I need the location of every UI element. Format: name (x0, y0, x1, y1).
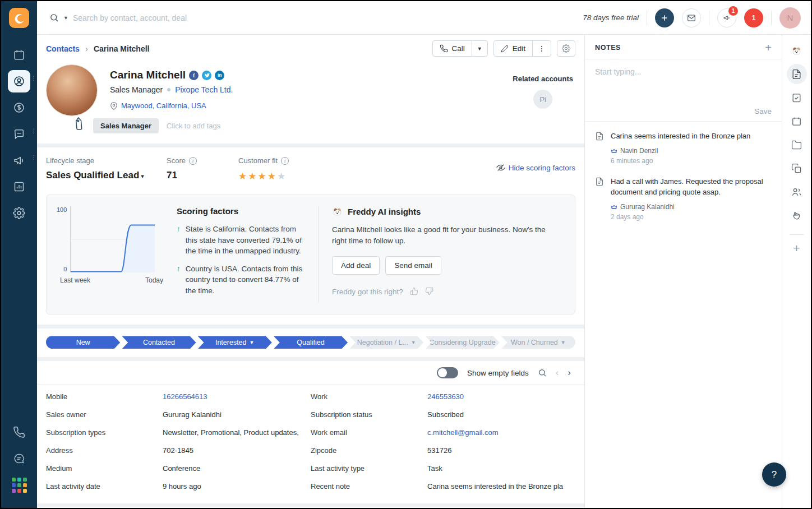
recent-note-value: Carina seems interested in the Bronze pl… (427, 482, 563, 491)
sidebar-item-activities[interactable] (8, 44, 30, 66)
tag-pill[interactable]: Sales Manager (93, 118, 159, 133)
add-tags-field[interactable]: Click to add tags (167, 122, 220, 130)
work-phone-value[interactable]: 246553630 (427, 392, 464, 401)
show-empty-fields-toggle[interactable] (437, 367, 458, 378)
contacts-overflow-dots[interactable]: ⋮ (31, 77, 36, 80)
next-record-chevron[interactable]: › (568, 367, 571, 378)
sidebar-item-phone[interactable] (8, 421, 30, 443)
caret-down-icon: ▼ (250, 340, 255, 345)
user-avatar[interactable]: N (779, 7, 801, 29)
mobile-value[interactable]: 16266564613 (163, 392, 207, 401)
last-activity-type-value: Task (427, 464, 442, 473)
plus-icon (660, 13, 669, 22)
stage-negotiation[interactable]: Negotiation / L...▼ (349, 336, 423, 349)
thumbs-down-icon[interactable] (425, 287, 433, 297)
freddy-feedback-question: Freddy got this right? (332, 288, 403, 296)
rail-documents[interactable] (787, 158, 807, 178)
contact-photo[interactable] (46, 64, 98, 116)
sidebar-item-contacts[interactable]: ⋮ (8, 70, 30, 92)
notifications-button[interactable]: 1 (744, 8, 763, 27)
rail-files[interactable] (787, 135, 807, 155)
logo-swirl-icon (13, 12, 25, 24)
more-actions-button[interactable] (532, 41, 551, 56)
note-compose-area[interactable]: Start typing... Save (585, 59, 782, 122)
contact-company-link[interactable]: Pixope Tech Ltd. (175, 85, 233, 94)
call-options-caret[interactable]: ▼ (472, 41, 487, 56)
facebook-icon[interactable]: f (189, 71, 199, 80)
field-row: Recent noteCarina seems interested in th… (311, 482, 575, 491)
stage-qualified[interactable]: Qualified (274, 336, 348, 349)
score-info-icon[interactable]: i (189, 157, 197, 165)
rail-notes[interactable] (787, 64, 807, 84)
stage-interested[interactable]: Interested▼ (198, 336, 272, 349)
conversations-overflow-dots[interactable]: ⋮ (31, 130, 36, 132)
eye-off-icon (496, 163, 505, 172)
prev-record-chevron[interactable]: ‹ (556, 367, 559, 378)
sidebar-item-deals[interactable] (8, 96, 30, 119)
quick-add-button[interactable] (655, 8, 674, 27)
campaigns-overflow-dots[interactable]: ⋮ (31, 156, 36, 159)
x-axis-right-label: Today (145, 276, 163, 284)
rail-participants[interactable] (787, 182, 807, 202)
note-save-button[interactable]: Save (754, 107, 772, 115)
search-scope-caret-icon[interactable]: ▼ (63, 15, 68, 21)
note-list-item[interactable]: Had a call with James. Requested the pro… (585, 167, 782, 223)
linkedin-icon[interactable]: in (215, 71, 224, 80)
sidebar-item-app-switcher[interactable] (8, 474, 30, 496)
whats-new-button[interactable]: 1 (717, 8, 736, 27)
rail-freddy[interactable] (787, 40, 807, 61)
call-button[interactable]: Call (433, 41, 472, 56)
scoring-factors: Scoring factors ↑ State is California. C… (177, 206, 304, 303)
calendar-icon (13, 49, 25, 61)
lifecycle-stage-dropdown[interactable]: Sales Qualified Lead▾ (46, 170, 167, 181)
add-deal-button[interactable]: Add deal (332, 256, 380, 275)
hand-gesture-icon (791, 210, 802, 221)
score-trend-chart: 100 0 (57, 206, 163, 303)
hide-scoring-factors-label: Hide scoring factors (509, 164, 575, 172)
sidebar-item-analytics[interactable] (8, 175, 30, 198)
stage-contacted[interactable]: Contacted (122, 336, 196, 349)
stage-won-churned[interactable]: Won / Churned▼ (501, 336, 575, 349)
sidebar-item-settings[interactable] (8, 202, 30, 224)
phone-icon (440, 44, 448, 53)
help-button[interactable]: ? (762, 462, 786, 487)
stage-new[interactable]: New (46, 336, 120, 349)
global-search[interactable]: ▼ (49, 13, 363, 22)
deals-dollar-icon (13, 101, 25, 114)
search-input[interactable] (73, 13, 363, 22)
stage-considering-upgrade[interactable]: Considering Upgrade (425, 336, 499, 349)
rail-tasks[interactable] (787, 87, 807, 108)
rail-products[interactable] (787, 205, 807, 225)
page-settings-button[interactable] (557, 40, 575, 57)
freshworks-logo[interactable] (9, 8, 29, 28)
caret-down-icon: ▼ (477, 46, 482, 52)
note-list-item[interactable]: Carina seems interested in the Bronze pl… (585, 122, 782, 167)
work-email-value[interactable]: c.mitchell@gmail.com (427, 428, 499, 437)
recent-conversations-heading: RECENT CONVERSATIONS (37, 503, 584, 508)
user-avatar-initial: N (787, 13, 793, 22)
right-icon-rail: + (782, 35, 811, 508)
task-check-icon (791, 92, 802, 103)
breadcrumb-contacts-link[interactable]: Contacts (46, 44, 80, 53)
field-label: Address (46, 446, 163, 455)
field-search-icon[interactable] (538, 368, 547, 377)
rail-add-icon[interactable]: + (793, 242, 800, 255)
related-account-avatar[interactable]: Pi (533, 90, 552, 109)
hide-scoring-factors-link[interactable]: Hide scoring factors (496, 156, 575, 172)
field-label: Work (311, 392, 427, 401)
sidebar-item-campaigns[interactable]: ⋮ (8, 149, 30, 172)
sidebar-item-support-chat[interactable] (8, 447, 30, 470)
sidebar-item-conversations[interactable]: ⋮ (8, 123, 30, 145)
send-email-button[interactable]: Send email (385, 256, 441, 275)
twitter-icon[interactable] (202, 71, 211, 80)
edit-button[interactable]: Edit (494, 41, 532, 56)
rail-meetings[interactable] (787, 111, 807, 131)
contact-location-link[interactable]: Maywood, California, USA (121, 101, 206, 110)
scoring-factor-item: ↑ State is California. Contacts from thi… (177, 224, 304, 257)
add-note-icon[interactable]: + (765, 44, 772, 52)
help-question-mark: ? (772, 469, 777, 480)
customer-fit-info-icon[interactable]: i (281, 157, 289, 165)
customer-fit-label: Customer fit (238, 156, 278, 165)
thumbs-up-icon[interactable] (410, 287, 418, 297)
email-button[interactable] (682, 8, 701, 27)
